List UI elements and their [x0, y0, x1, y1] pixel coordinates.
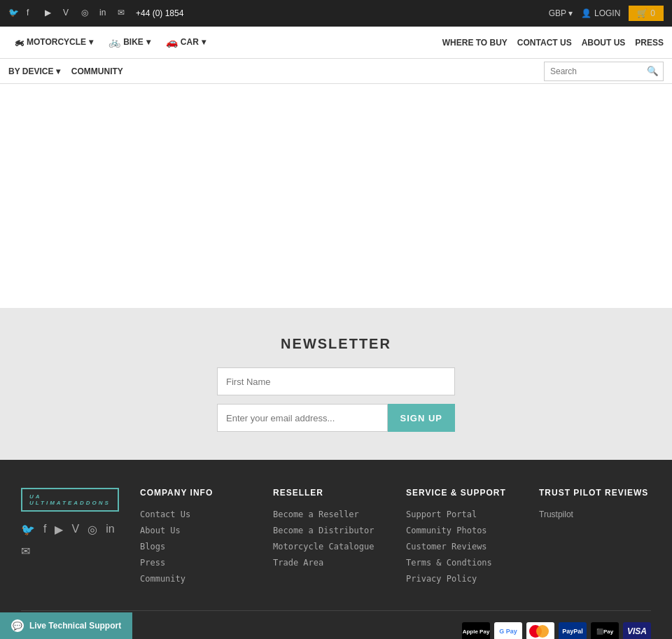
- live-support-button[interactable]: 💬 Live Technical Support: [0, 612, 132, 639]
- community-link[interactable]: COMMUNITY: [71, 66, 123, 76]
- twitter-icon[interactable]: 🐦: [8, 8, 20, 19]
- trustpilot-link[interactable]: Trustpilot: [539, 510, 573, 519]
- currency-selector[interactable]: GBP ▾: [549, 8, 573, 18]
- footer-twitter-icon[interactable]: 🐦: [21, 523, 35, 536]
- list-item: Customer Reviews: [406, 541, 518, 552]
- list-item: Motorcycle Catalogue: [273, 541, 385, 552]
- press-footer-link[interactable]: Press: [140, 558, 165, 568]
- list-item: Blogs: [140, 541, 252, 552]
- list-item: About Us: [140, 525, 252, 535]
- live-support-icon: 💬: [11, 619, 24, 632]
- list-item: Community: [140, 573, 252, 584]
- search-button[interactable]: 🔍: [643, 66, 663, 76]
- about-us-link[interactable]: ABOUT US: [582, 38, 626, 48]
- press-link[interactable]: PRESS: [635, 38, 664, 48]
- linkedin-icon[interactable]: in: [99, 8, 111, 19]
- main-nav: 🏍 MOTORCYCLE ▾ 🚲 BIKE ▾ 🚗 CAR ▾ WHERE TO…: [0, 27, 672, 59]
- about-us-footer-link[interactable]: About Us: [140, 526, 181, 535]
- bike-icon: 🚲: [108, 36, 120, 48]
- list-item: Support Portal: [406, 509, 518, 519]
- contact-us-footer-link[interactable]: Contact Us: [140, 510, 190, 519]
- footer-logo-column: UA ULTIMATEADDONS 🐦 f ▶ V ◎ in ✉: [21, 488, 119, 589]
- top-bar-right: GBP ▾ 👤 LOGIN 🛒 0: [549, 6, 664, 21]
- terms-conditions-link[interactable]: Terms & Condtions: [406, 558, 492, 568]
- paypal-icon: PayPal: [559, 622, 587, 639]
- cart-icon: 🛒: [637, 8, 648, 18]
- contact-us-link[interactable]: CONTACT US: [517, 38, 572, 48]
- where-to-buy-link[interactable]: WHERE TO BUY: [442, 38, 507, 48]
- support-portal-link[interactable]: Support Portal: [406, 510, 477, 519]
- newsletter-title: NEWSLETTER: [281, 336, 391, 352]
- motorcycle-catalogue-link[interactable]: Motorcycle Catalogue: [273, 542, 374, 552]
- instagram-icon[interactable]: ◎: [81, 8, 92, 19]
- footer-social-icons: 🐦 f ▶ V ◎ in ✉: [21, 523, 119, 558]
- newsletter-email-row: SIGN UP: [217, 404, 455, 432]
- community-photos-link[interactable]: Community Photos: [406, 526, 487, 535]
- youtube-icon[interactable]: ▶: [45, 8, 56, 19]
- top-bar: 🐦 f ▶ V ◎ in ✉ +44 (0) 1854 GBP ▾ 👤 LOGI…: [0, 0, 672, 27]
- google-pay-icon: G Pay: [494, 622, 522, 639]
- visa-icon: VISA: [623, 622, 651, 639]
- apple-pay2-icon: ⬛Pay: [591, 622, 619, 639]
- phone-number: +44 (0) 1854: [136, 8, 183, 18]
- service-links-list: Support Portal Community Photos Customer…: [406, 509, 518, 584]
- blogs-footer-link[interactable]: Blogs: [140, 542, 165, 552]
- reseller-links-list: Become a Reseller Become a Distributor M…: [273, 509, 385, 568]
- payment-icons: Apple Pay G Pay PayPal ⬛Pay VISA: [462, 622, 651, 639]
- facebook-icon[interactable]: f: [27, 8, 38, 19]
- list-item: Privacy Policy: [406, 573, 518, 584]
- footer-trust-pilot-column: TRUST PILOT REVIEWS Trustpilot: [539, 488, 651, 589]
- by-device-link[interactable]: BY DEVICE ▾: [8, 66, 60, 76]
- newsletter-section: NEWSLETTER SIGN UP: [0, 308, 672, 460]
- bike-chevron-icon: ▾: [146, 37, 150, 47]
- motorcycle-chevron-icon: ▾: [89, 37, 93, 47]
- email-input[interactable]: [217, 404, 388, 432]
- login-button[interactable]: 👤 LOGIN: [581, 8, 620, 18]
- footer-facebook-icon[interactable]: f: [43, 523, 46, 536]
- car-chevron-icon: ▾: [202, 37, 206, 47]
- privacy-policy-link[interactable]: Privacy Policy: [406, 574, 477, 584]
- logo-text: UA: [29, 493, 111, 500]
- main-content: [0, 84, 672, 308]
- car-icon: 🚗: [166, 36, 178, 48]
- bike-nav-item[interactable]: 🚲 BIKE ▾: [103, 27, 156, 58]
- footer-vimeo-icon[interactable]: V: [71, 523, 79, 536]
- footer-instagram-icon[interactable]: ◎: [88, 523, 97, 536]
- search-icon: 🔍: [647, 66, 659, 76]
- motorcycle-icon: 🏍: [14, 36, 24, 48]
- list-item: Terms & Condtions: [406, 557, 518, 568]
- community-footer-link[interactable]: Community: [140, 574, 186, 584]
- list-item: Become a Distributor: [273, 525, 385, 535]
- become-reseller-link[interactable]: Become a Reseller: [273, 510, 359, 519]
- car-nav-item[interactable]: 🚗 CAR ▾: [160, 27, 211, 58]
- footer-email-icon[interactable]: ✉: [21, 545, 30, 558]
- by-device-chevron-icon: ▾: [56, 66, 60, 76]
- email-icon[interactable]: ✉: [118, 8, 129, 19]
- footer-service-column: SERVICE & SUPPORT Support Portal Communi…: [406, 488, 518, 589]
- top-bar-left: 🐦 f ▶ V ◎ in ✉ +44 (0) 1854: [8, 8, 183, 19]
- footer-top: UA ULTIMATEADDONS 🐦 f ▶ V ◎ in ✉ COMPANY…: [21, 488, 651, 610]
- footer-logo[interactable]: UA ULTIMATEADDONS: [21, 488, 119, 512]
- motorcycle-nav-item[interactable]: 🏍 MOTORCYCLE ▾: [8, 27, 99, 58]
- customer-reviews-link[interactable]: Customer Reviews: [406, 542, 487, 552]
- footer-linkedin-icon[interactable]: in: [106, 523, 114, 536]
- trust-pilot-heading: TRUST PILOT REVIEWS: [539, 488, 651, 498]
- apple-pay-icon: Apple Pay: [462, 622, 490, 639]
- cart-button[interactable]: 🛒 0: [629, 6, 664, 21]
- user-icon: 👤: [581, 8, 592, 18]
- signup-button[interactable]: SIGN UP: [388, 404, 455, 432]
- list-item: Community Photos: [406, 525, 518, 535]
- search-input[interactable]: [545, 66, 643, 76]
- company-info-heading: COMPANY INFO: [140, 488, 252, 498]
- newsletter-form: SIGN UP: [217, 367, 455, 432]
- footer-reseller-column: RESELLER Become a Reseller Become a Dist…: [273, 488, 385, 589]
- trade-area-link[interactable]: Trade Area: [273, 558, 323, 568]
- list-item: Trade Area: [273, 557, 385, 568]
- become-distributor-link[interactable]: Become a Distributor: [273, 526, 374, 535]
- list-item: Press: [140, 557, 252, 568]
- footer-youtube-icon[interactable]: ▶: [55, 523, 63, 536]
- first-name-input[interactable]: [217, 367, 455, 395]
- service-heading: SERVICE & SUPPORT: [406, 488, 518, 498]
- company-links-list: Contact Us About Us Blogs Press Communit…: [140, 509, 252, 584]
- vimeo-icon[interactable]: V: [63, 8, 74, 19]
